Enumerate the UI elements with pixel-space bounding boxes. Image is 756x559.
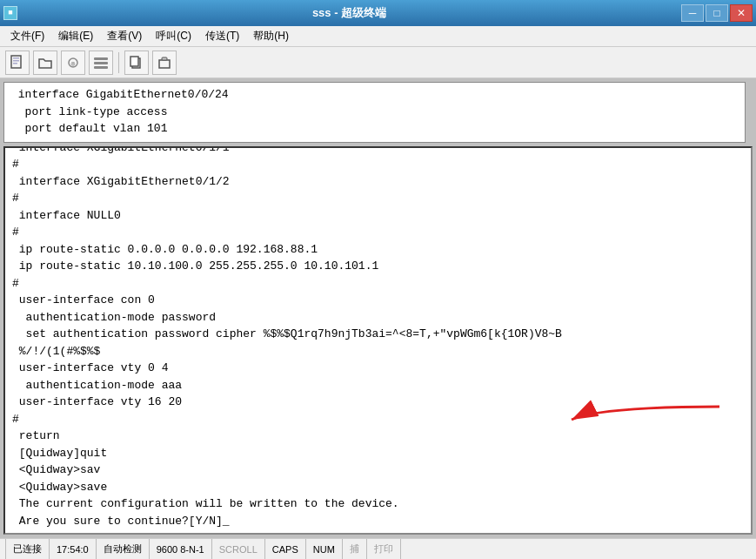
status-connection: 已连接 (5, 539, 50, 559)
new-button[interactable] (5, 51, 30, 75)
status-num: NUM (306, 539, 343, 559)
status-caps: CAPS (265, 539, 306, 559)
svg-rect-3 (13, 63, 17, 64)
terminal-line: ip route-static 10.10.100.0 255.255.255.… (12, 258, 744, 275)
terminal-line: %/!/(1(#%$%$ (12, 343, 744, 360)
paste-button[interactable] (152, 51, 177, 75)
svg-text:⊗: ⊗ (70, 60, 75, 69)
menu-help[interactable]: 帮助(H) (246, 27, 296, 45)
terminal-line: <Quidway>save (12, 479, 744, 496)
status-bar: 已连接 17:54:0 自动检测 9600 8-N-1 SCROLL CAPS … (0, 538, 756, 559)
app-icon: ■ (3, 6, 17, 20)
menu-view[interactable]: 查看(V) (100, 27, 149, 45)
terminal-line: interface XGigabitEthernet0/1/2 (12, 173, 744, 191)
terminal-content[interactable]: # interface XGigabitEthernet0/1/1# inter… (5, 148, 751, 533)
terminal-line: return (12, 428, 744, 445)
main-area: interface GigabitEthernet0/0/24 port lin… (0, 78, 756, 538)
svg-rect-11 (159, 60, 170, 68)
terminal-line: Are you sure to continue?[Y/N]_ (12, 513, 744, 530)
menu-call[interactable]: 呼叫(C) (149, 27, 198, 45)
properties-button[interactable]: ⊗ (61, 51, 85, 75)
terminal-line: user-interface vty 0 4 (12, 360, 744, 377)
terminal-line: user-interface con 0 (12, 292, 744, 309)
status-time: 17:54:0 (50, 539, 97, 559)
menu-edit[interactable]: 编辑(E) (51, 27, 100, 45)
terminal-line: # (12, 156, 744, 173)
top-display: interface GigabitEthernet0/0/24 port lin… (3, 82, 746, 143)
menu-transfer[interactable]: 传送(T) (198, 27, 246, 45)
open-button[interactable] (33, 51, 57, 75)
terminal-line: # (12, 190, 744, 207)
toolbar: ⊗ (0, 47, 756, 78)
terminal-line: authentication-mode aaa (12, 377, 744, 394)
menu-file[interactable]: 文件(F) (3, 27, 51, 45)
terminal-line: authentication-mode password (12, 309, 744, 327)
terminal-line: interface NULL0 (12, 207, 744, 225)
terminal-line: user-interface vty 16 20 (12, 394, 744, 411)
svg-rect-1 (13, 57, 19, 59)
terminal-line: [Quidway]quit (12, 445, 744, 462)
svg-rect-8 (94, 66, 108, 69)
terminal-line: <Quidway>sav (12, 461, 744, 479)
terminal-line: The current configuration will be writte… (12, 495, 744, 513)
maximize-button[interactable]: □ (706, 4, 728, 22)
top-line-2: port link-type access (11, 104, 738, 121)
svg-rect-2 (13, 60, 19, 62)
terminal-line: ip route-static 0.0.0.0 0.0.0.0 192.168.… (12, 241, 744, 259)
terminal-line: set authentication password cipher %$%$Q… (12, 326, 744, 343)
status-scroll: SCROLL (212, 539, 265, 559)
top-line-3: port default vlan 101 (11, 120, 738, 138)
terminal-line: # (12, 224, 744, 241)
terminal-line: interface XGigabitEthernet0/1/1 (12, 148, 744, 156)
close-button[interactable]: ✕ (730, 4, 753, 22)
svg-rect-12 (162, 57, 167, 60)
terminal-line: # (12, 275, 744, 293)
settings-button[interactable] (89, 51, 113, 75)
svg-rect-10 (130, 57, 138, 66)
window-controls: ─ □ ✕ (681, 4, 753, 22)
terminal-wrapper: # interface XGigabitEthernet0/1/1# inter… (3, 146, 753, 535)
title-bar-left: ■ (3, 6, 17, 20)
copy-button[interactable] (124, 51, 149, 75)
title-bar: ■ sss - 超级终端 ─ □ ✕ (0, 0, 756, 26)
status-auto-detect: 自动检测 (97, 539, 150, 559)
status-baud: 9600 8-N-1 (150, 539, 212, 559)
status-print: 打印 (367, 539, 401, 559)
minimize-button[interactable]: ─ (681, 4, 704, 22)
window-title: sss - 超级终端 (17, 5, 681, 21)
top-line-1: interface GigabitEthernet0/0/24 (11, 86, 738, 104)
toolbar-separator-1 (118, 52, 119, 73)
svg-rect-7 (94, 62, 108, 64)
status-capture: 捕 (343, 539, 367, 559)
menu-bar: 文件(F) 编辑(E) 查看(V) 呼叫(C) 传送(T) 帮助(H) (0, 26, 756, 47)
terminal-line: # (12, 411, 744, 428)
svg-rect-6 (94, 57, 108, 60)
